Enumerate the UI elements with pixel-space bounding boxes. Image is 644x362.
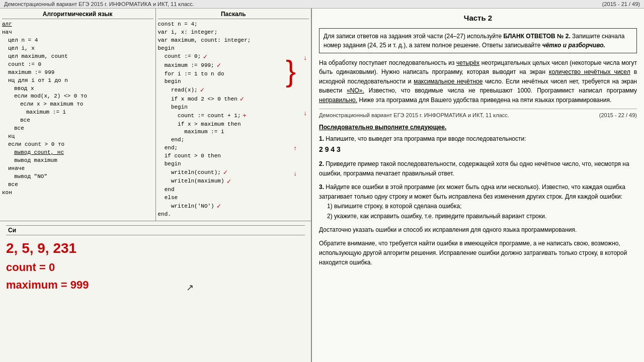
algo-line-5: цел maximum, count — [2, 53, 153, 61]
algo-line-3: цел n = 4 — [2, 37, 153, 45]
handwriting-sequence: 2, 5, 9, 231 — [6, 238, 305, 258]
pascal-line-14: maximum := i — [158, 128, 309, 136]
pascal-line-11: begin — [158, 104, 309, 112]
algo-line-2: нач — [2, 29, 153, 37]
cursor-icon: ↗ — [186, 282, 194, 293]
footer-note-left: Демонстрационный вариант ЕГЭ 2015 г. ИНФ… — [319, 111, 509, 120]
pascal-line-16: end; — [158, 144, 309, 152]
pascal-header: Паскаль — [158, 11, 309, 19]
top-bar-right: (2015 - 21 / 49) — [602, 1, 640, 7]
pascal-line-19: writeln(count);✓ — [158, 168, 309, 177]
pascal-line-23: writeln('NO')✓ — [158, 202, 309, 211]
task2-num: 2. — [319, 160, 324, 167]
top-bar-left: Демонстрационный вариант ЕГЭ 2015 г. ИНФ… — [4, 1, 194, 7]
algo-line-6: count := 0 — [2, 61, 153, 69]
task3-warning-text: Обратите внимание, что требуется найти о… — [319, 239, 637, 268]
pascal-line-20: writeln(maximum)✓ — [158, 177, 309, 186]
algo-line-9: ввод x — [2, 85, 153, 93]
algo-line-7: maximum := 999 — [2, 69, 153, 77]
pascal-line-12: count := count + 1;+ — [158, 112, 309, 120]
task-description: На обработку поступает последовательност… — [319, 58, 637, 105]
instruction-text: Для записи ответов на задания этой части… — [324, 33, 625, 49]
task-1: 1. Напишите, что выведет эта программа п… — [319, 134, 637, 155]
algo-line-1: алг — [2, 21, 153, 29]
pascal-line-10: if x mod 2 <> 0 then✓ — [158, 95, 309, 104]
part-title: Часть 2 — [319, 13, 637, 24]
tasks-header: Последовательно выполните следующее. — [319, 123, 637, 132]
instruction-box: Для записи ответов на задания этой части… — [319, 28, 637, 53]
pascal-line-15: end; — [158, 136, 309, 144]
task2-text: Приведите пример такой последовательност… — [319, 160, 629, 177]
pascal-line-18: begin — [158, 160, 309, 168]
algo-line-10: если mod(x, 2) <> 0 то — [2, 93, 153, 101]
handwriting-count: count = 0 — [6, 260, 305, 276]
algo-line-21: все — [2, 181, 153, 189]
footer-note-right: (2015 - 22 / 49) — [599, 111, 637, 120]
algo-line-18: вывод maximum — [2, 157, 153, 165]
handwriting-maximum: maximum = 999 — [6, 278, 305, 293]
task1-text: Напишите, что выведет эта программа при … — [326, 135, 526, 142]
algo-line-8: нц для i от 1 до n — [2, 77, 153, 85]
task-2: 2. Приведите пример такой последовательн… — [319, 159, 637, 178]
algo-line-14: все — [2, 125, 153, 133]
algo-line-17: вывод count, нс — [2, 149, 153, 157]
top-bar: Демонстрационный вариант ЕГЭ 2015 г. ИНФ… — [0, 0, 644, 9]
pascal-line-1: const n = 4; — [158, 21, 309, 29]
handwriting-area: Си 2, 5, 9, 231 count = 0 maximum = 999 … — [0, 221, 311, 362]
algo-line-22: кон — [2, 189, 153, 197]
algo-line-13: все — [2, 117, 153, 125]
task3-warning: Обратите внимание, что требуется найти о… — [319, 240, 627, 266]
algo-header: Алгоритмический язык — [2, 11, 153, 19]
task3-num: 3. — [319, 184, 324, 191]
algo-line-20: вывод "NO" — [2, 173, 153, 181]
pascal-line-24: end. — [158, 211, 309, 219]
pascal-line-13: if x > maximum then — [158, 121, 309, 129]
task3-note-text: Достаточно указать ошибки и способ их ис… — [319, 225, 637, 235]
algo-col: Алгоритмический язык алг нач цел n = 4 ц… — [0, 9, 156, 221]
pascal-line-3: var maximum, count: integer; — [158, 37, 309, 45]
right-panel: Часть 2 Для записи ответов на задания эт… — [312, 9, 644, 362]
pascal-line-22: else — [158, 194, 309, 202]
left-panel: Алгоритмический язык алг нач цел n = 4 ц… — [0, 9, 312, 362]
task3-note: Достаточно указать ошибки и способ их ис… — [319, 226, 577, 233]
algo-line-4: цел i, x — [2, 45, 153, 53]
code-tables: Алгоритмический язык алг нач цел n = 4 ц… — [0, 9, 311, 221]
pascal-line-17: if count > 0 then — [158, 152, 309, 160]
task3-sub2: 2) укажите, как исправить ошибку, т.е. п… — [319, 212, 637, 221]
algo-line-12: maximum := i — [2, 109, 153, 117]
footer-note: Демонстрационный вариант ЕГЭ 2015 г. ИНФ… — [319, 109, 637, 120]
task-3: 3. Найдите все ошибки в этой программе (… — [319, 183, 637, 221]
pascal-line-2: var i, x: integer; — [158, 29, 309, 37]
algo-line-16: если count > 0 то — [2, 141, 153, 149]
algo-line-19: иначе — [2, 165, 153, 173]
task1-num: 1. — [319, 135, 324, 142]
task3-text: Найдите все ошибки в этой программе (их … — [319, 184, 625, 200]
si-header: Си — [6, 225, 305, 235]
algo-line-11: если x > maximum то — [2, 101, 153, 109]
pascal-line-4: begin — [158, 45, 309, 53]
algo-line-15: кц — [2, 133, 153, 141]
task1-sequence: 2 9 4 3 — [319, 145, 341, 153]
task3-sub1: 1) выпишите строку, в которой сделана ош… — [319, 202, 637, 211]
pascal-line-21: end — [158, 186, 309, 194]
tasks-section: Последовательно выполните следующее. 1. … — [319, 123, 637, 268]
main-container: Алгоритмический язык алг нач цел n = 4 ц… — [0, 9, 644, 362]
pascal-col: Паскаль const n = 4; var i, x: integer; … — [156, 9, 311, 221]
